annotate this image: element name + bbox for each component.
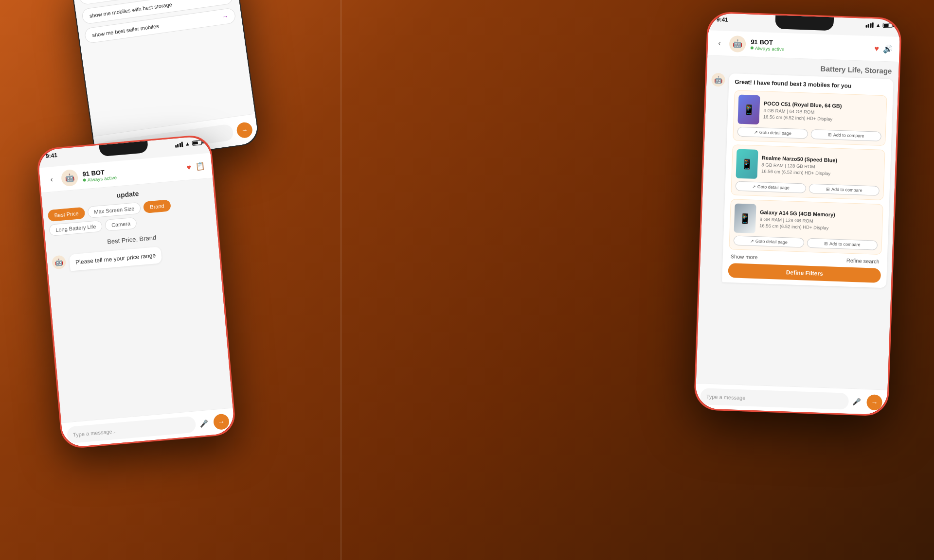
product-row-1: 📱 POCO C51 (Royal Blue, 64 GB) 4 GB RAM … [737, 95, 882, 129]
phone3-bot-avatar: 🤖 [729, 35, 746, 52]
add-compare-btn-2[interactable]: ⊞ Add to compare [808, 184, 880, 196]
phone3-screen: 9:41 ▲ ‹ 🤖 [695, 13, 900, 415]
signal-icon-3 [865, 22, 874, 28]
product-card-1: 📱 POCO C51 (Royal Blue, 64 GB) 4 GB RAM … [733, 90, 887, 146]
filter-chip-best-price[interactable]: Best Price [48, 207, 86, 222]
battery-icon [192, 140, 202, 146]
phone2-msg-bubble: Please tell me your price range [69, 246, 162, 271]
chip-arrow-2: → [219, 0, 226, 1]
heart-icon-2[interactable]: ♥ [186, 163, 192, 172]
goto-icon-3: ↗ [750, 239, 754, 244]
wifi-icon: ▲ [184, 140, 190, 147]
product-row-2: 📱 Realme Narzo50 (Speed Blue) 8 GB RAM |… [736, 149, 880, 183]
product-info-3: Galaxy A14 5G (4GB Memory) 8 GB RAM | 12… [759, 209, 879, 233]
phone3-header-icons: ♥ 🔊 [874, 44, 893, 53]
add-compare-btn-1[interactable]: ⊞ Add to compare [810, 129, 881, 141]
phone3-header-hint: Battery Life, Storage [712, 61, 894, 75]
mic-icon-2[interactable]: 🎤 [199, 419, 208, 427]
suggestion-text-2: show me mobiles with best storage [89, 1, 172, 19]
product-img-3: 📱 [734, 203, 756, 233]
goto-detail-btn-2[interactable]: ↗ Goto detail page [736, 181, 807, 193]
scene-divider [341, 0, 341, 560]
phone2-msg-avatar: 🤖 [52, 255, 66, 269]
phone2-chat-content: update Best Price Max Screen Size Brand … [41, 178, 233, 422]
product-actions-3: ↗ Goto detail page ⊞ Add to compare [734, 235, 878, 250]
chip-arrow-3: → [222, 13, 229, 20]
phone2-screen: 9:41 ▲ ‹ 🤖 [37, 136, 235, 448]
phone2-time: 9:41 [45, 152, 57, 159]
speaker-icon-2[interactable]: 📋 [195, 161, 205, 172]
phone3-chat-area: Battery Life, Storage 🤖 Great! I have fo… [696, 55, 899, 389]
phone-bottom-left: 9:41 ▲ ‹ 🤖 [36, 134, 237, 449]
phone3-status-icons: ▲ [865, 22, 893, 29]
mic-icon-3[interactable]: 🎤 [852, 398, 861, 406]
phone3-bot-info: 91 BOT Always active [751, 38, 870, 55]
compare-icon-2: ⊞ [826, 187, 830, 192]
phone3-input-field[interactable]: Type a message [700, 388, 849, 410]
product-img-1: 📱 [737, 95, 760, 124]
scene: show me mobiles under 10k with best scre… [0, 0, 934, 560]
goto-icon-2: ↗ [752, 184, 756, 189]
compare-icon-1: ⊞ [828, 132, 832, 137]
compare-icon-3: ⊞ [824, 241, 828, 246]
filter-chip-camera[interactable]: Camera [105, 217, 137, 231]
battery-icon-3 [882, 23, 892, 28]
filter-chip-screen[interactable]: Max Screen Size [88, 202, 142, 218]
phone2-bot-avatar: 🤖 [61, 169, 79, 187]
filter-chip-battery[interactable]: Long Battery Life [49, 220, 103, 236]
heart-icon-3[interactable]: ♥ [874, 44, 879, 53]
compare-label-2: Add to compare [831, 187, 862, 192]
phone2-bot-info: 91 BOT Always active [82, 161, 182, 183]
product-card-3: 📱 Galaxy A14 5G (4GB Memory) 8 GB RAM | … [729, 199, 883, 255]
phone3-intro-bubble: Great! I have found best 3 mobiles for y… [722, 73, 894, 288]
goto-label-3: Goto detail page [755, 239, 788, 245]
speaker-icon-3[interactable]: 🔊 [883, 44, 893, 54]
goto-label-2: Goto detail page [757, 184, 790, 190]
phone2-placeholder: Type a message... [73, 428, 117, 438]
phone2-status-icons: ▲ [175, 140, 202, 148]
send-button-3[interactable]: → [866, 394, 882, 410]
phone3-msg-avatar: 🤖 [711, 73, 725, 87]
phone-right: 9:41 ▲ ‹ 🤖 [694, 11, 902, 416]
product-actions-1: ↗ Goto detail page ⊞ Add to compare [737, 127, 881, 141]
product-info-1: POCO C51 (Royal Blue, 64 GB) 4 GB RAM | … [763, 100, 882, 124]
phone2-msg-text: Please tell me your price range [75, 252, 156, 265]
product-img-2: 📱 [736, 149, 758, 179]
suggestion-text-3: show me best seller mobiles [92, 23, 159, 38]
phone3-time: 9:41 [717, 16, 729, 23]
filter-chip-brand[interactable]: Brand [143, 199, 171, 213]
compare-label-1: Add to compare [833, 132, 864, 138]
status-dot-2 [83, 178, 86, 182]
goto-icon-1: ↗ [754, 130, 758, 135]
back-button-3[interactable]: ‹ [715, 38, 725, 48]
product-card-2: 📱 Realme Narzo50 (Speed Blue) 8 GB RAM |… [731, 144, 885, 200]
goto-detail-btn-1[interactable]: ↗ Goto detail page [737, 127, 808, 139]
goto-detail-btn-3[interactable]: ↗ Goto detail page [734, 235, 805, 247]
product-actions-2: ↗ Goto detail page ⊞ Add to compare [736, 181, 880, 196]
goto-label-1: Goto detail page [759, 130, 791, 136]
phone3-intro-text: Great! I have found best 3 mobiles for y… [735, 78, 887, 90]
product-info-2: Realme Narzo50 (Speed Blue) 8 GB RAM | 1… [761, 155, 880, 178]
product-row-3: 📱 Galaxy A14 5G (4GB Memory) 8 GB RAM | … [734, 203, 879, 237]
phone3-bot-intro: 🤖 Great! I have found best 3 mobiles for… [704, 73, 894, 288]
back-button-2[interactable]: ‹ [46, 174, 57, 185]
define-filters-button[interactable]: Define Filters [728, 263, 881, 283]
refine-link[interactable]: Refine search [846, 258, 880, 264]
show-more-row: Show more Refine search [729, 253, 881, 264]
compare-label-3: Add to compare [829, 241, 861, 247]
add-compare-btn-3[interactable]: ⊞ Add to compare [807, 238, 878, 250]
phone3-placeholder: Type a message [706, 393, 746, 401]
send-button-2[interactable]: → [213, 413, 230, 430]
phone2-header-icons: ♥ 📋 [186, 161, 205, 172]
status-dot-3 [751, 46, 754, 49]
wifi-icon-3: ▲ [876, 22, 881, 28]
signal-icon [175, 141, 183, 147]
show-more-link[interactable]: Show more [731, 253, 758, 260]
phone3-status-text: Always active [755, 45, 785, 52]
send-button-1[interactable]: → [236, 121, 253, 139]
